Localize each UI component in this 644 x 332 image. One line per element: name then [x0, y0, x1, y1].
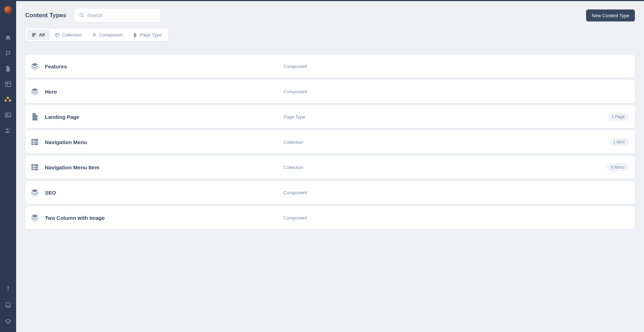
row-name: Navigation Menu Item [45, 164, 283, 170]
sidebar-item-pages[interactable] [5, 66, 12, 73]
filter-tab-collection[interactable]: Collection [50, 30, 87, 40]
component-icon [30, 87, 39, 96]
component-icon [30, 188, 39, 197]
cubes-icon [5, 96, 12, 104]
row-name: Landing Page [45, 114, 283, 120]
row-type: Component [283, 190, 629, 195]
content-type-row[interactable]: Navigation MenuCollection1 Item [25, 130, 635, 154]
search [74, 9, 160, 22]
count-badge: 1 Item [609, 138, 629, 146]
collection-icon [30, 163, 39, 172]
component-icon [92, 33, 97, 38]
content-type-row[interactable]: HeroComponent [25, 80, 635, 103]
filter-label: Page Type [140, 32, 162, 38]
svg-rect-0 [6, 82, 11, 86]
filter-tab-all[interactable]: All [27, 30, 50, 40]
avatar[interactable] [4, 6, 12, 14]
main-content: Content Types New Content Type All [16, 1, 644, 332]
page-icon [5, 65, 12, 73]
layers-icon [5, 318, 12, 326]
table-icon [5, 81, 12, 89]
page-icon [30, 112, 39, 121]
sidebar-item-media[interactable] [5, 112, 12, 119]
row-type: Page Type [283, 114, 608, 120]
row-name: Features [45, 63, 283, 69]
count-badge: 6 Items [607, 163, 629, 171]
row-name: Hero [45, 89, 283, 95]
row-name: SEO [45, 190, 283, 196]
svg-point-4 [9, 128, 10, 130]
collection-icon [55, 33, 60, 38]
blog-icon [5, 50, 12, 58]
book-icon [5, 301, 12, 310]
search-input[interactable] [74, 9, 160, 22]
content-type-row[interactable]: Two Column with ImageComponent [25, 206, 635, 229]
row-name: Navigation Menu [45, 139, 283, 145]
content-type-list: FeaturesComponentHeroComponentLanding Pa… [25, 55, 635, 229]
row-name: Two Column with Image [45, 215, 283, 221]
sidebar-nav [5, 35, 12, 134]
row-type: Component [283, 215, 629, 221]
filter-tabs: All Collection Component Page Type [25, 28, 168, 41]
page-title: Content Types [25, 12, 66, 19]
content-type-row[interactable]: FeaturesComponent [25, 55, 635, 78]
new-content-type-button[interactable]: New Content Type [586, 9, 635, 21]
content-type-row[interactable]: Landing PagePage Type1 Page [25, 105, 635, 128]
sidebar-item-users[interactable] [5, 127, 12, 134]
row-type: Component [283, 89, 629, 94]
sidebar-item-docs[interactable] [5, 302, 12, 309]
row-type: Collection [283, 140, 609, 145]
sidebar-item-stack[interactable] [5, 319, 12, 326]
sidebar-item-collections[interactable] [5, 81, 12, 88]
page-type-icon [133, 33, 137, 38]
svg-rect-7 [32, 33, 34, 35]
sidebar-item-blog[interactable] [5, 50, 12, 57]
component-icon [30, 62, 39, 71]
count-badge: 1 Page [608, 113, 629, 121]
component-icon [30, 213, 39, 222]
svg-point-3 [6, 128, 8, 130]
svg-rect-8 [34, 33, 36, 35]
sidebar [0, 1, 16, 332]
home-icon [5, 34, 12, 42]
row-type: Component [283, 64, 629, 69]
filter-label: Collection [62, 32, 82, 38]
svg-point-2 [7, 114, 8, 115]
sidebar-item-home[interactable] [5, 35, 12, 42]
sidebar-item-content-types[interactable] [5, 96, 12, 103]
svg-rect-9 [32, 35, 34, 36]
filter-label: All [39, 32, 45, 38]
svg-rect-10 [55, 33, 59, 36]
svg-point-5 [8, 290, 8, 290]
users-icon [5, 127, 12, 135]
content-type-row[interactable]: SEOComponent [25, 181, 635, 204]
filter-label: Component [99, 32, 123, 38]
all-icon [32, 33, 36, 38]
content-type-row[interactable]: Navigation Menu ItemCollection6 Items [25, 156, 635, 179]
collection-icon [30, 137, 39, 147]
sidebar-bottom [5, 285, 12, 332]
header: Content Types New Content Type [25, 1, 635, 28]
filter-tab-component[interactable]: Component [87, 30, 128, 40]
row-type: Collection [283, 165, 607, 170]
sidebar-item-help[interactable] [5, 285, 12, 292]
help-icon [5, 285, 12, 293]
media-icon [5, 111, 12, 120]
filter-tab-page-type[interactable]: Page Type [128, 30, 167, 40]
